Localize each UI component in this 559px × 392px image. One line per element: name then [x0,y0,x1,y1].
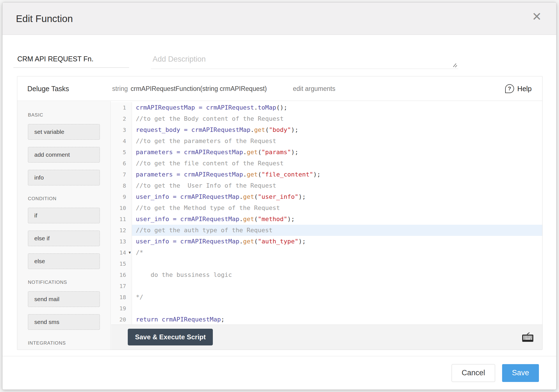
line-number: 4 [111,135,132,147]
code-line[interactable]: 5parameters = crmAPIRequestMap.get("para… [111,147,542,158]
resize-grip-icon[interactable] [452,63,458,67]
code-text [132,280,542,292]
code-line[interactable]: 7parameters = crmAPIRequestMap.get("file… [111,169,542,180]
code-lines: 1crmAPIRequestMap = crmAPIRequest.toMap(… [111,102,542,325]
save-button[interactable]: Save [502,364,539,382]
code-text: parameters = crmAPIRequestMap.get("param… [132,147,542,158]
function-name-input[interactable] [13,53,129,68]
line-number: 5 [111,147,132,158]
line-number: 2 [111,113,132,124]
code-text: parameters = crmAPIRequestMap.get("file_… [132,169,542,180]
code-line[interactable]: 10//to get the Method type of the Reques… [111,202,542,214]
sidebar-task-info[interactable]: info [28,170,100,185]
page-title: Edit Function [16,3,73,35]
code-text: //to get the parameters of the Request [132,135,542,147]
code-text: user_info = crmAPIRequestMap.get("method… [132,214,542,225]
code-line[interactable]: 8//to get the User Info of the Request [111,180,542,191]
line-number: 14▼ [111,247,132,258]
code-line[interactable]: 13user_info = crmAPIRequestMap.get("auth… [111,236,542,247]
save-execute-button[interactable]: Save & Execute Script [128,329,213,345]
code-text: //to get the auth type of the Request [132,225,542,236]
sidebar-section-label-notifications: NOTIFICATIONS [28,280,110,285]
code-line[interactable]: 19 [111,303,542,314]
close-icon[interactable]: ✕ [532,11,542,23]
description-field [151,52,458,69]
sidebar-gap [28,193,110,196]
code-line[interactable]: 20return crmAPIRequestMap; [111,314,542,325]
deluge-panel: Deluge Tasks stringcrmAPIRequestFunction… [17,76,543,350]
code-text: do the bussiness logic [132,269,542,280]
code-text [132,303,542,314]
execute-strip: Save & Execute Script [111,325,542,350]
keyboard-icon[interactable] [521,331,534,343]
sidebar-section-label-condition: CONDITION [28,196,110,202]
line-number: 9 [111,191,132,202]
code-text: user_info = crmAPIRequestMap.get("auth_t… [132,236,542,247]
code-line[interactable]: 6//to get the file content of the Reques… [111,158,542,169]
sidebar-task-send-sms[interactable]: send sms [28,314,100,330]
panel-header: Deluge Tasks stringcrmAPIRequestFunction… [17,76,542,101]
help-button[interactable]: ? Help [505,76,532,101]
sidebar-section-label-integrations: INTEGRATIONS [28,340,110,346]
panel-title: Deluge Tasks [27,76,69,101]
code-text: //to get the file content of the Request [132,158,542,169]
sidebar-gap [28,276,110,280]
line-number: 16 [111,269,132,280]
help-label: Help [517,85,532,93]
dialog-footer: Cancel Save [3,356,556,389]
function-signature: stringcrmAPIRequestFunction(string crmAP… [112,76,267,101]
line-number: 6 [111,158,132,169]
code-text: crmAPIRequestMap = crmAPIRequest.toMap()… [132,102,542,113]
code-line[interactable]: 4//to get the parameters of the Request [111,135,542,147]
line-number: 17 [111,280,132,292]
code-line[interactable]: 12//to get the auth type of the Request [111,225,542,236]
edit-arguments-link[interactable]: edit arguments [293,76,335,101]
line-number: 1 [111,102,132,113]
code-text: request_body = crmAPIRequestMap.get("bod… [132,124,542,135]
code-line[interactable]: 2//to get the Body content of the Reques… [111,113,542,124]
code-line[interactable]: 11user_info = crmAPIRequestMap.get("meth… [111,214,542,225]
sidebar-section-label-basic: BASIC [28,112,110,118]
sidebar-gap [28,337,110,340]
sidebar-task-add-comment[interactable]: add comment [28,147,100,163]
cancel-button[interactable]: Cancel [452,364,495,382]
deluge-tasks-sidebar: BASICset variableadd commentinfoCONDITIO… [17,101,111,350]
line-number: 20 [111,314,132,325]
code-line[interactable]: 14▼/* [111,247,542,258]
code-text: //to get the Method type of the Request [132,202,542,214]
signature-return-type: string [112,85,128,92]
sidebar-task-send-mail[interactable]: send mail [28,291,100,307]
code-text: */ [132,292,542,303]
code-text: //to get the Body content of the Request [132,113,542,124]
fold-arrow-icon[interactable]: ▼ [129,247,131,258]
description-input[interactable] [151,52,458,69]
code-editor[interactable]: 1crmAPIRequestMap = crmAPIRequest.toMap(… [111,101,542,350]
line-number: 11 [111,214,132,225]
sidebar-task-else[interactable]: else [28,253,100,269]
code-line[interactable]: 16 do the bussiness logic [111,269,542,280]
line-number: 15 [111,258,132,269]
signature-body: crmAPIRequestFunction(string crmAPIReque… [131,85,267,92]
code-line[interactable]: 18*/ [111,292,542,303]
code-line[interactable]: 9user_info = crmAPIRequestMap.get("user_… [111,191,542,202]
sidebar-task-if[interactable]: if [28,208,100,223]
code-text: /* [132,247,542,258]
code-line[interactable]: 17 [111,280,542,292]
code-text: user_info = crmAPIRequestMap.get("user_i… [132,191,542,202]
sidebar-task-set-variable[interactable]: set variable [28,124,100,140]
line-number: 12 [111,225,132,236]
code-text: //to get the User Info of the Request [132,180,542,191]
line-number: 18 [111,292,132,303]
code-text [132,258,542,269]
line-number: 10 [111,202,132,214]
line-number: 19 [111,303,132,314]
line-number: 7 [111,169,132,180]
code-line[interactable]: 15 [111,258,542,269]
dialog-header: Edit Function ✕ [3,3,556,35]
sidebar-task-else-if[interactable]: else if [28,231,100,246]
line-number: 8 [111,180,132,191]
help-icon: ? [505,84,514,93]
code-line[interactable]: 3request_body = crmAPIRequestMap.get("bo… [111,124,542,135]
code-line[interactable]: 1crmAPIRequestMap = crmAPIRequest.toMap(… [111,102,542,113]
line-number: 13 [111,236,132,247]
